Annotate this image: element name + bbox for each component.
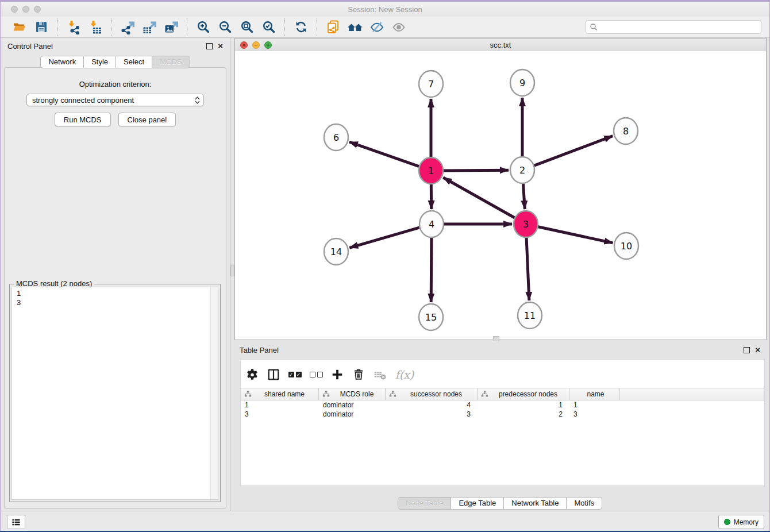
delete-row-icon[interactable]: [351, 367, 367, 382]
export-image-icon[interactable]: [163, 18, 180, 36]
edge-3-11[interactable]: [526, 238, 529, 300]
main-toolbar: [1, 17, 769, 38]
column-header-MCDS-role[interactable]: MCDS role: [319, 388, 386, 400]
zoom-out-icon[interactable]: [217, 18, 234, 36]
title-bar: Session: New Session: [1, 2, 769, 17]
graph-node-11[interactable]: 11: [518, 302, 542, 329]
import-table-icon[interactable]: [87, 18, 104, 36]
mcds-result-area[interactable]: 1 3: [11, 287, 218, 500]
optimization-criterion-select[interactable]: strongly connected component: [26, 94, 204, 106]
control-panel-tabs: NetworkStyleSelectMCDS: [1, 56, 230, 68]
svg-text:14: 14: [330, 246, 342, 257]
graph-node-9[interactable]: 9: [510, 70, 534, 96]
network-graph[interactable]: 7968124314101511: [235, 51, 766, 340]
column-header-successor-nodes[interactable]: successor nodes: [386, 388, 478, 400]
clone-network-icon[interactable]: [325, 18, 342, 36]
close-panel-button[interactable]: Close panel: [118, 113, 176, 126]
tab-mcds[interactable]: MCDS: [152, 56, 190, 68]
panel-divider-grip[interactable]: [230, 265, 234, 276]
search-box[interactable]: [586, 20, 761, 34]
edge-3-1[interactable]: [443, 178, 514, 218]
list-icon: [11, 517, 21, 527]
table-cell: 1: [478, 400, 569, 410]
edge-4-15[interactable]: [431, 238, 432, 302]
network-view-window: × − + scc.txt 7968124314101511: [234, 38, 767, 340]
toolbar-separator: [111, 18, 112, 36]
open-session-icon[interactable]: [11, 18, 28, 36]
export-network-icon[interactable]: [119, 18, 136, 36]
table-row[interactable]: 1dominator411: [241, 400, 764, 410]
edge-1-6[interactable]: [349, 142, 419, 167]
show-columns-icon[interactable]: [265, 367, 282, 382]
export-table-icon[interactable]: [141, 18, 158, 36]
close-panel-icon[interactable]: ×: [218, 43, 223, 49]
table-header-row: shared nameMCDS rolesuccessor nodesprede…: [241, 388, 764, 400]
float-panel-icon[interactable]: [206, 43, 213, 49]
node-table: shared nameMCDS rolesuccessor nodesprede…: [241, 388, 764, 419]
graph-node-8[interactable]: 8: [614, 118, 638, 144]
show-all-networks-icon[interactable]: [346, 18, 364, 36]
status-bar: Memory: [1, 511, 769, 531]
add-row-icon[interactable]: [329, 367, 345, 382]
network-window-title: scc.txt: [235, 41, 766, 49]
column-header-predecessor-nodes[interactable]: predecessor nodes: [478, 388, 569, 400]
memory-button[interactable]: Memory: [718, 515, 764, 529]
tab-network-table[interactable]: Network Table: [504, 497, 567, 510]
graph-node-15[interactable]: 15: [419, 304, 443, 330]
tab-select[interactable]: Select: [116, 56, 152, 68]
float-table-panel-icon[interactable]: [744, 347, 750, 353]
edge-1-2[interactable]: [444, 170, 509, 171]
toolbar-separator: [284, 18, 286, 36]
zoom-fit-icon[interactable]: [238, 18, 256, 36]
toolbar-separator: [57, 18, 58, 36]
graph-node-7[interactable]: 7: [419, 71, 443, 97]
graph-node-1[interactable]: 1: [419, 157, 443, 184]
edge-3-10[interactable]: [538, 227, 613, 243]
column-header-name[interactable]: name: [569, 388, 620, 400]
save-session-icon[interactable]: [33, 18, 50, 36]
edge-4-14[interactable]: [349, 228, 419, 248]
graph-node-4[interactable]: 4: [419, 211, 444, 237]
graph-node-14[interactable]: 14: [324, 238, 348, 265]
splitter-grip[interactable]: [493, 336, 499, 341]
tab-node-table[interactable]: Node Table: [398, 497, 452, 510]
tab-motifs[interactable]: Motifs: [567, 497, 602, 510]
table-row[interactable]: 3dominator323: [241, 410, 764, 419]
run-mcds-button[interactable]: Run MCDS: [55, 113, 111, 126]
result-scrollbar[interactable]: [210, 287, 218, 499]
edge-2-8[interactable]: [534, 136, 613, 166]
search-input[interactable]: [598, 22, 757, 32]
zoom-in-icon[interactable]: [195, 18, 212, 36]
table-cell: dominator: [319, 410, 386, 419]
close-table-panel-icon[interactable]: ×: [755, 347, 760, 353]
column-header-shared-name[interactable]: shared name: [241, 388, 319, 400]
network-canvas[interactable]: 7968124314101511: [235, 51, 766, 340]
edge-2-3[interactable]: [523, 184, 525, 209]
optimization-criterion-value: strongly connected component: [32, 96, 195, 105]
select-all-icon[interactable]: ✓✓: [287, 367, 303, 382]
hide-selected-icon[interactable]: [368, 18, 386, 36]
graph-node-2[interactable]: 2: [510, 157, 534, 183]
task-history-button[interactable]: [7, 515, 25, 529]
network-desktop: × − + scc.txt 7968124314101511 Table Pan…: [230, 38, 769, 511]
svg-text:4: 4: [429, 219, 434, 230]
table-cell: 1: [569, 400, 620, 410]
graph-node-10[interactable]: 10: [614, 233, 638, 259]
window-border-left: [0, 0, 1, 532]
table-settings-gear-icon[interactable]: [244, 367, 260, 382]
import-network-icon[interactable]: [65, 18, 82, 36]
tab-network[interactable]: Network: [40, 56, 84, 68]
table-toolbar: ✓✓ f(x): [241, 360, 764, 384]
svg-text:3: 3: [523, 219, 529, 230]
refresh-layout-icon[interactable]: [292, 18, 310, 36]
tab-edge-table[interactable]: Edge Table: [451, 497, 504, 510]
window-title: Session: New Session: [1, 5, 769, 14]
zoom-selected-icon[interactable]: [260, 18, 278, 36]
tab-style[interactable]: Style: [84, 56, 116, 68]
svg-text:11: 11: [524, 310, 536, 321]
show-hidden-icon: [390, 18, 407, 36]
deselect-all-icon[interactable]: [308, 367, 324, 382]
graph-node-6[interactable]: 6: [324, 124, 348, 151]
graph-node-3[interactable]: 3: [514, 211, 538, 237]
network-window-titlebar[interactable]: × − + scc.txt: [235, 38, 766, 52]
